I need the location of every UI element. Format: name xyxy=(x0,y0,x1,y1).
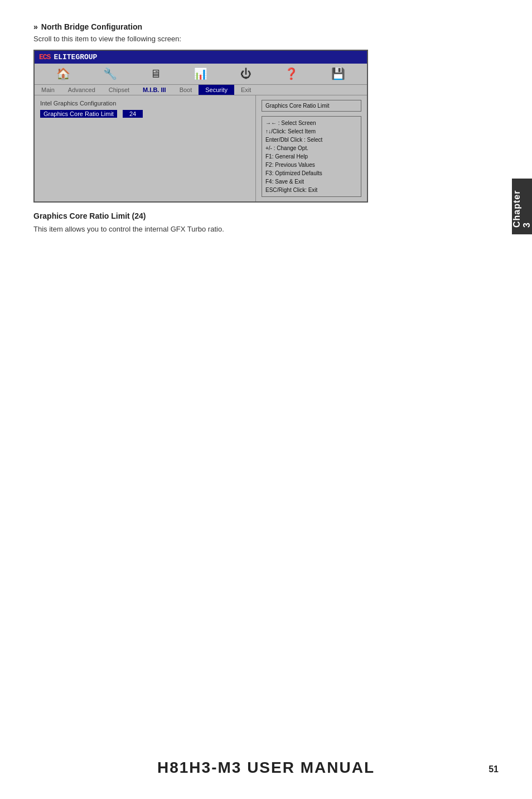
subtitle: Scroll to this item to view the followin… xyxy=(33,35,499,43)
key-line-5: F1: General Help xyxy=(265,152,357,161)
bios-nav-advanced[interactable]: Advanced xyxy=(61,85,102,95)
bios-nav-chipset[interactable]: Chipset xyxy=(102,85,136,95)
section-chevron: » xyxy=(33,22,38,31)
section-title-text: North Bridge Configuration xyxy=(41,22,142,31)
bios-icon-security: ❓ xyxy=(284,67,298,81)
key-line-4: +/- : Change Opt. xyxy=(265,144,357,152)
bios-body: Intel Graphics Configuration Graphics Co… xyxy=(35,95,367,201)
bios-nav-main[interactable]: Main xyxy=(35,85,61,95)
bios-item-row: Graphics Core Ratio Limit 24 xyxy=(40,110,250,118)
bios-header: ECS ELITEGROUP xyxy=(35,51,367,64)
bios-item-label: Graphics Core Ratio Limit xyxy=(40,110,117,118)
bios-icon-boot: ⏻ xyxy=(240,68,252,81)
bios-keys-box: →← : Select Screen ↑↓/Click: Select Item… xyxy=(262,116,361,197)
ecs-logo: ECS xyxy=(39,53,50,61)
bios-icon-advanced: 🔧 xyxy=(103,67,117,81)
bios-help-box: Graphics Core Ratio Limit xyxy=(262,100,361,112)
bios-icon-chipset: 🖥 xyxy=(150,68,161,81)
item-title: Graphics Core Ratio Limit (24) xyxy=(33,211,499,220)
bios-nav-boot[interactable]: Boot xyxy=(173,85,199,95)
key-line-2: ↑↓/Click: Select Item xyxy=(265,127,357,136)
bios-icon-exit: 💾 xyxy=(331,67,345,81)
bios-item-value: 24 xyxy=(123,110,143,118)
bios-left-panel: Intel Graphics Configuration Graphics Co… xyxy=(35,95,255,201)
bios-nav-security[interactable]: Security xyxy=(199,85,234,95)
item-description: This item allows you to control the inte… xyxy=(33,224,499,235)
page-footer: H81H3-M3 USER MANUAL xyxy=(0,759,532,777)
key-line-3: Enter/Dbl Click : Select xyxy=(265,136,357,144)
bios-screen: ECS ELITEGROUP 🏠 🔧 🖥 📊 ⏻ ❓ 💾 Main Advanc… xyxy=(33,50,368,203)
footer-title: H81H3-M3 USER MANUAL xyxy=(157,759,375,777)
chapter-sidebar: Chapter 3 xyxy=(512,179,532,234)
bios-right-panel: Graphics Core Ratio Limit →← : Select Sc… xyxy=(255,95,367,201)
key-line-6: F2: Previous Values xyxy=(265,161,357,169)
bios-icon-bar: 🏠 🔧 🖥 📊 ⏻ ❓ 💾 xyxy=(35,64,367,85)
bios-brand: ELITEGROUP xyxy=(54,53,97,61)
bios-icon-main: 🏠 xyxy=(56,67,70,81)
page-number: 51 xyxy=(489,764,499,774)
key-line-8: F4: Save & Exit xyxy=(265,177,357,186)
key-line-1: →← : Select Screen xyxy=(265,119,357,127)
bios-section-header: Intel Graphics Configuration xyxy=(40,100,250,107)
bios-nav-exit[interactable]: Exit xyxy=(234,85,258,95)
bios-icon-mib: 📊 xyxy=(194,67,207,81)
bios-nav-mib[interactable]: M.I.B. III xyxy=(136,85,173,95)
chapter-label: Chapter 3 xyxy=(512,185,532,228)
section-title: » North Bridge Configuration xyxy=(33,22,499,31)
bios-help-title: Graphics Core Ratio Limit xyxy=(265,103,329,109)
key-line-7: F3: Optimized Defaults xyxy=(265,169,357,177)
key-line-9: ESC/Right Click: Exit xyxy=(265,186,357,194)
page-content: » North Bridge Configuration Scroll to t… xyxy=(0,0,532,269)
bios-nav: Main Advanced Chipset M.I.B. III Boot Se… xyxy=(35,85,367,95)
